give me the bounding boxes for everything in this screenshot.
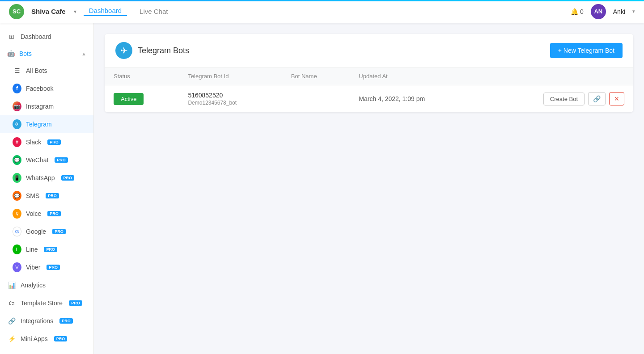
- slack-icon: #: [13, 138, 21, 147]
- nav-dashboard[interactable]: Dashboard: [84, 7, 127, 16]
- sms-icon: 💬: [13, 191, 21, 200]
- user-chevron-icon[interactable]: ▾: [632, 8, 635, 14]
- new-telegram-bot-button[interactable]: + New Telegram Bot: [550, 43, 623, 58]
- mini-apps-pro-badge: PRO: [54, 336, 68, 341]
- integrations-icon: 🔗: [7, 316, 16, 325]
- analytics-label: Analytics: [21, 282, 46, 289]
- sidebar-item-whatsapp[interactable]: 📱 WhatsApp PRO: [0, 169, 93, 187]
- sidebar-dashboard-label: Dashboard: [21, 33, 51, 40]
- col-actions: [480, 67, 633, 85]
- topnav-left: SC Shiva Cafe ▾ Dashboard Live Chat: [9, 4, 571, 19]
- col-updated-at: Updated At: [350, 67, 480, 85]
- user-avatar: AN: [591, 4, 606, 19]
- instagram-icon: 📷: [13, 102, 21, 111]
- sidebar-item-sms[interactable]: 💬 SMS PRO: [0, 187, 93, 205]
- delete-button[interactable]: ✕: [609, 92, 624, 105]
- table-header: Status Telegram Bot Id Bot Name Updated …: [105, 67, 633, 85]
- brand-avatar: SC: [9, 4, 24, 19]
- wechat-pro-badge: PRO: [55, 157, 68, 163]
- create-bot-button[interactable]: Create Bot: [543, 93, 585, 105]
- layout: ⊞ Dashboard 🤖 Bots ▲ ☰ All Bots f Facebo…: [0, 23, 644, 354]
- sidebar-item-telegram[interactable]: ✈ Telegram: [0, 115, 93, 133]
- action-buttons: Create Bot 🔗 ✕: [489, 92, 624, 105]
- page-title: Telegram Bots: [138, 46, 189, 55]
- google-pro-badge: PRO: [52, 229, 66, 234]
- status-cell: Active: [105, 85, 179, 113]
- google-icon: G: [13, 227, 21, 236]
- sidebar-item-instagram[interactable]: 📷 Instagram: [0, 97, 93, 115]
- whatsapp-pro-badge: PRO: [61, 175, 75, 181]
- dashboard-icon: ⊞: [7, 32, 16, 41]
- sms-pro-badge: PRO: [46, 193, 59, 198]
- all-bots-label: All Bots: [26, 67, 47, 74]
- sidebar-item-all-bots[interactable]: ☰ All Bots: [0, 62, 93, 80]
- col-bot-name: Bot Name: [282, 67, 350, 85]
- sidebar-item-voice[interactable]: 🎙 Voice PRO: [0, 205, 93, 223]
- mini-apps-icon: ⚡: [7, 334, 16, 343]
- voice-label: Voice: [26, 210, 41, 217]
- slack-pro-badge: PRO: [47, 139, 61, 145]
- sidebar-item-integrations[interactable]: 🔗 Integrations PRO: [0, 312, 93, 330]
- bots-chevron-icon: ▲: [81, 51, 86, 56]
- integrations-pro-badge: PRO: [59, 318, 73, 324]
- updated-at: March 4, 2022, 1:09 pm: [359, 95, 425, 102]
- col-status: Status: [105, 67, 179, 85]
- wechat-icon: 💬: [13, 156, 21, 164]
- table-row: Active 5160852520 Demo12345678_bot March…: [105, 85, 633, 113]
- google-label: Google: [26, 228, 46, 235]
- sidebar-item-analytics[interactable]: 📊 Analytics: [0, 276, 93, 294]
- bot-name-cell: [282, 85, 350, 113]
- template-store-icon: 🗂: [7, 299, 16, 308]
- accent-bar: [0, 0, 644, 1]
- telegram-bots-panel: ✈ Telegram Bots + New Telegram Bot Statu…: [105, 34, 633, 112]
- status-badge[interactable]: Active: [114, 93, 144, 105]
- bots-icon: 🤖: [7, 50, 15, 57]
- bot-username: Demo12345678_bot: [188, 100, 273, 106]
- mini-apps-label: Mini Apps: [21, 335, 48, 342]
- voice-pro-badge: PRO: [47, 211, 61, 216]
- table-body: Active 5160852520 Demo12345678_bot March…: [105, 85, 633, 113]
- facebook-icon: f: [13, 84, 21, 93]
- brand-chevron-icon[interactable]: ▾: [74, 8, 76, 15]
- brand-name: Shiva Cafe: [31, 8, 66, 15]
- slack-label: Slack: [26, 139, 41, 146]
- panel-header: ✈ Telegram Bots + New Telegram Bot: [105, 34, 633, 67]
- voice-icon: 🎙: [13, 209, 21, 218]
- actions-cell: Create Bot 🔗 ✕: [480, 85, 633, 113]
- user-name: Anki: [613, 8, 625, 15]
- wechat-label: WeChat: [26, 156, 48, 164]
- notification-count: 0: [580, 8, 584, 15]
- sidebar: ⊞ Dashboard 🤖 Bots ▲ ☰ All Bots f Facebo…: [0, 23, 94, 354]
- line-icon: L: [13, 245, 21, 254]
- analytics-icon: 📊: [7, 281, 16, 290]
- notification-area[interactable]: 🔔 0: [571, 8, 584, 15]
- sidebar-item-wechat[interactable]: 💬 WeChat PRO: [0, 151, 93, 169]
- sidebar-item-viber[interactable]: V Viber PRO: [0, 258, 93, 276]
- sidebar-item-dashboard[interactable]: ⊞ Dashboard: [0, 28, 93, 46]
- line-label: Line: [26, 246, 38, 253]
- panel-title: ✈ Telegram Bots: [115, 42, 189, 59]
- telegram-logo: ✈: [115, 42, 132, 59]
- sidebar-section-bots[interactable]: 🤖 Bots ▲: [0, 46, 93, 62]
- nav-live-chat[interactable]: Live Chat: [134, 8, 173, 15]
- telegram-icon: ✈: [13, 120, 21, 129]
- link-button[interactable]: 🔗: [588, 92, 606, 105]
- sidebar-item-google[interactable]: G Google PRO: [0, 223, 93, 240]
- template-store-label: Template Store: [21, 299, 63, 307]
- sms-label: SMS: [26, 192, 39, 199]
- bot-id: 5160852520: [188, 92, 273, 99]
- viber-pro-badge: PRO: [47, 265, 60, 270]
- list-icon: ☰: [13, 66, 21, 75]
- sidebar-item-template-store[interactable]: 🗂 Template Store PRO: [0, 294, 93, 312]
- topnav: SC Shiva Cafe ▾ Dashboard Live Chat 🔔 0 …: [0, 0, 644, 23]
- sidebar-item-facebook[interactable]: f Facebook: [0, 80, 93, 97]
- bots-label: 🤖 Bots: [7, 50, 32, 57]
- updated-at-cell: March 4, 2022, 1:09 pm: [350, 85, 480, 113]
- sidebar-item-line[interactable]: L Line PRO: [0, 240, 93, 258]
- instagram-label: Instagram: [26, 103, 54, 110]
- main-content: ✈ Telegram Bots + New Telegram Bot Statu…: [94, 23, 644, 354]
- sidebar-item-slack[interactable]: # Slack PRO: [0, 133, 93, 151]
- whatsapp-icon: 📱: [13, 173, 21, 182]
- sidebar-item-mini-apps[interactable]: ⚡ Mini Apps PRO: [0, 330, 93, 348]
- viber-label: Viber: [26, 264, 40, 271]
